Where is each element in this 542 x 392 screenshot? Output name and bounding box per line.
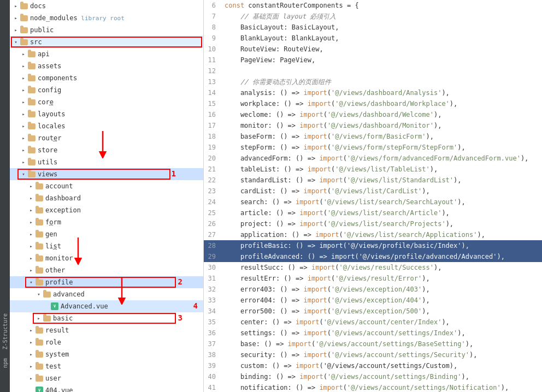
tree-arrow-dashboard[interactable] [27,194,35,202]
tree-arrow-advanced[interactable] [35,290,43,298]
tree-item-assets[interactable]: assets [10,60,203,72]
folder-icon-public [20,26,28,34]
tree-arrow-account[interactable] [27,182,35,190]
line-number: 33 [204,295,220,306]
tree-arrow-core[interactable] [20,98,27,106]
tree-item-api[interactable]: api [10,48,203,60]
tree-arrow-other[interactable] [27,266,35,274]
tree-item-result[interactable]: result [10,324,203,336]
tree-arrow-user[interactable] [27,375,35,382]
tree-item-node-modules[interactable]: node_modules library root [10,12,203,24]
tree-arrow-public[interactable] [12,26,20,34]
tree-item-docs[interactable]: docs [10,0,203,12]
folder-icon-api [27,50,36,58]
line-number: 37 [204,338,220,349]
tree-arrow-api[interactable] [20,50,27,58]
tree-item-config[interactable]: config [10,84,203,96]
tree-arrow-system[interactable] [27,351,35,358]
line-content: error403: () => import('@/views/exceptio… [220,284,430,295]
tree-arrow-result[interactable] [27,326,35,334]
tree-item-router[interactable]: router [10,132,203,144]
tree-item-test[interactable]: test [10,360,203,372]
tree-item-system[interactable]: system [10,348,203,360]
tree-arrow-components[interactable] [20,74,27,82]
tree-arrow-list[interactable] [27,242,35,250]
tree-arrow-layouts[interactable] [20,110,27,118]
tree-arrow-exception[interactable] [27,206,35,214]
tree-arrow-locales[interactable] [20,122,27,130]
tree-item-other[interactable]: other [10,264,203,276]
code-line-16: 16 weclome: () => import('@/views/dashbo… [204,109,542,120]
tree-item-advanced-vue[interactable]: V Advanced.vue [10,300,203,312]
folder-icon-form [35,218,44,227]
tree-label-gen: gen [45,230,57,238]
code-line-27: 27 application: () => import('@/views/li… [204,229,542,240]
tree-item-gen[interactable]: gen [10,228,203,240]
tree-arrow-test[interactable] [27,363,35,370]
tree-item-role[interactable]: role [10,336,203,348]
tree-item-list[interactable]: list [10,240,203,252]
tree-item-404-vue[interactable]: V 404.vue [10,384,203,392]
side-tab-npm[interactable]: npm [1,356,9,370]
tree-arrow-node-modules[interactable] [12,14,20,22]
folder-icon-monitor [35,254,44,263]
folder-icon-locales [27,122,36,130]
line-number: 14 [204,87,220,98]
tree-arrow-utils[interactable] [20,158,27,166]
tree-item-basic[interactable]: basic [10,312,203,324]
tree-item-layouts[interactable]: layouts [10,108,203,120]
tree-item-user[interactable]: user [10,372,203,384]
code-line-30: 30 resultSucc: () => import('@/views/res… [204,262,542,273]
tree-arrow-profile[interactable] [27,278,35,286]
line-content: analysis: () => import('@/views/dashboar… [220,87,450,98]
code-line-9: 9 BlankLayout: BlankLayout, [204,33,542,44]
tree-item-views[interactable]: views [10,168,203,180]
side-tab-z-structure[interactable]: Z-Structure [1,311,9,352]
tree-item-monitor[interactable]: monitor [10,252,203,264]
line-content: security: () => import('@/views/account/… [220,349,477,360]
folder-icon-components [27,74,36,82]
tree-arrow-role[interactable] [27,338,35,346]
tree-item-account[interactable]: account [10,180,203,192]
folder-icon-config [27,86,36,94]
tree-arrow-assets[interactable] [20,62,27,70]
line-number: 12 [204,66,220,76]
tree-item-components[interactable]: components [10,72,203,84]
line-content: baseForm: () => import('@/views/form/Bas… [220,131,434,142]
line-number: 28 [204,240,220,251]
code-line-39: 39 custom: () => import('@/views/account… [204,360,542,371]
tree-item-exception[interactable]: exception [10,204,203,216]
code-line-33: 33 error404: () => import('@/views/excep… [204,295,542,306]
tree-arrow-views[interactable] [20,170,27,178]
code-line-34: 34 error500: () => import('@/views/excep… [204,306,542,317]
code-line-23: 23 cardList: () => import('@/views/list/… [204,186,542,197]
tree-item-dashboard[interactable]: dashboard [10,192,203,204]
tree-arrow-src[interactable] [12,38,20,46]
tree-arrow-store[interactable] [20,146,27,154]
tree-item-locales[interactable]: locales [10,120,203,132]
line-content: PageView: PageView, [220,55,315,66]
line-number: 21 [204,164,220,175]
tree-item-profile[interactable]: profile [10,276,203,288]
tree-label-docs: docs [30,2,46,10]
tree-arrow-form[interactable] [27,218,35,226]
tree-item-store[interactable]: store [10,144,203,156]
tree-arrow-router[interactable] [20,134,27,142]
line-number: 6 [204,0,220,11]
tree-arrow-basic[interactable] [35,314,43,322]
line-number: 13 [204,76,220,87]
tree-item-core[interactable]: core [10,96,203,108]
tree-item-src[interactable]: src [10,36,203,48]
tree-item-form[interactable]: form [10,216,203,228]
tree-arrow-monitor[interactable] [27,254,35,262]
code-line-11: 11 PageView: PageView, [204,55,542,66]
tree-arrow-config[interactable] [20,86,27,94]
code-line-32: 32 error403: () => import('@/views/excep… [204,284,542,295]
tree-item-public[interactable]: public [10,24,203,36]
line-content: application: () => import('@/views/list/… [220,229,485,240]
tree-item-advanced[interactable]: advanced [10,288,203,300]
line-number: 35 [204,317,220,328]
tree-arrow-gen[interactable] [27,230,35,238]
tree-item-utils[interactable]: utils [10,156,203,168]
tree-arrow-docs[interactable] [12,2,20,10]
